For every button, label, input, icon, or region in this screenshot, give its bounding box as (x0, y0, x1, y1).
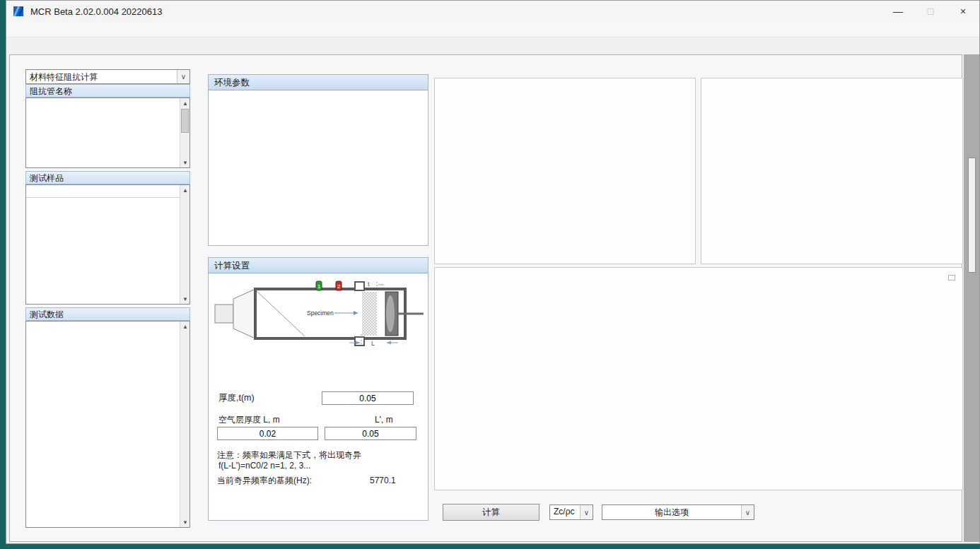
data-section-header: 测试数据 (25, 307, 190, 321)
page-scrollbar-thumb[interactable] (968, 158, 976, 273)
calc-settings-header: 计算设置 (209, 258, 428, 273)
sample-table: ▲ ▼ (25, 184, 190, 305)
singularity-note-line2: f(L-L')=nC0/2 n=1, 2, 3... (218, 461, 310, 471)
air-layer-Lp-label: L', m (375, 415, 393, 425)
svg-text:2: 2 (337, 283, 341, 290)
dim-L-label: L (371, 340, 375, 347)
chart-zs-im (701, 78, 963, 264)
calc-settings-panel: 计算设置 t (208, 257, 428, 521)
svg-text:1: 1 (317, 283, 321, 290)
environment-panel: 环境参数 (208, 74, 428, 246)
title-bar: MCR Beta 2.02.0.004 20220613 — □ × (6, 1, 979, 22)
scroll-down-icon[interactable]: ▼ (180, 294, 190, 304)
calculation-mode-dropdown[interactable]: 材料特征阻抗计算 ∨ (25, 69, 190, 84)
scrollbar-thumb[interactable] (181, 109, 189, 133)
tube-list: ▲ ▼ (25, 98, 190, 168)
chart-zs-re (434, 78, 696, 264)
app-window: MCR Beta 2.02.0.004 20220613 — □ × 材料特征阻… (6, 0, 980, 544)
window-title: MCR Beta 2.02.0.004 20220613 (30, 6, 162, 17)
data-list: ▲ ▼ (25, 321, 190, 528)
thickness-label: 厚度,t(m) (218, 392, 255, 404)
unit-dropdown[interactable]: Zc/ρc ∨ (549, 504, 593, 520)
chart-zc-rhoc (434, 267, 963, 490)
close-button[interactable]: × (947, 1, 979, 22)
data-list-scrollbar[interactable]: ▲ ▼ (180, 321, 189, 527)
base-frequency-label: 当前奇异频率的基频(Hz): (217, 476, 312, 486)
tab-bar (6, 37, 979, 53)
page-scrollbar[interactable] (964, 54, 979, 542)
chevron-down-icon[interactable]: ∨ (741, 505, 754, 519)
tube-section-header: 阻抗管名称 (25, 84, 190, 98)
scroll-up-icon[interactable]: ▲ (180, 185, 190, 195)
microphone-2-icon: 2 (336, 281, 342, 290)
singularity-note-line1: 注意：频率如果满足下式，将出现奇异 (217, 450, 361, 461)
microphone-1-icon: 1 (316, 281, 322, 290)
air-layer-Lp-input[interactable] (325, 427, 416, 440)
sample-table-scrollbar[interactable]: ▲ ▼ (180, 185, 189, 304)
chevron-down-icon[interactable]: ∨ (580, 505, 593, 519)
scroll-up-icon[interactable]: ▲ (180, 98, 190, 108)
scroll-down-icon[interactable]: ▼ (180, 158, 190, 167)
main-panel: 材料特征阻抗计算 ∨ 阻抗管名称 ▲ ▼ 测试样品 ▲ (9, 54, 962, 542)
calculate-button[interactable]: 计算 (443, 504, 539, 521)
sample-table-header (26, 185, 180, 198)
output-options-dropdown[interactable]: 输出选项 ∨ (602, 504, 754, 520)
environment-panel-header: 环境参数 (209, 75, 428, 90)
calculation-mode-value: 材料特征阻抗计算 (26, 70, 177, 83)
tube-diagram: t 1 2 (213, 279, 425, 347)
unit-dropdown-value: Zc/ρc (550, 505, 580, 519)
thickness-input[interactable] (322, 391, 414, 405)
sample-section-header: 测试样品 (25, 171, 190, 184)
air-layer-L-input[interactable] (217, 427, 318, 440)
desktop-background: MCR Beta 2.02.0.004 20220613 — □ × 材料特征阻… (0, 0, 980, 549)
output-options-value: 输出选项 (602, 505, 741, 519)
base-frequency-value: 5770.1 (370, 476, 396, 486)
dim-t-label: t (368, 281, 370, 288)
tube-list-scrollbar[interactable]: ▲ ▼ (180, 98, 189, 167)
minimize-button[interactable]: — (882, 1, 914, 22)
app-logo-icon (13, 6, 25, 17)
chart-legend (948, 275, 955, 281)
air-layer-L-label: 空气层厚度 L, m (218, 415, 280, 425)
chevron-down-icon[interactable]: ∨ (177, 70, 189, 83)
maximize-button[interactable]: □ (914, 1, 947, 22)
menu-bar (6, 22, 979, 37)
scroll-up-icon[interactable]: ▲ (180, 321, 190, 331)
specimen-label: Specimen (307, 309, 334, 317)
scroll-down-icon[interactable]: ▼ (180, 517, 190, 527)
